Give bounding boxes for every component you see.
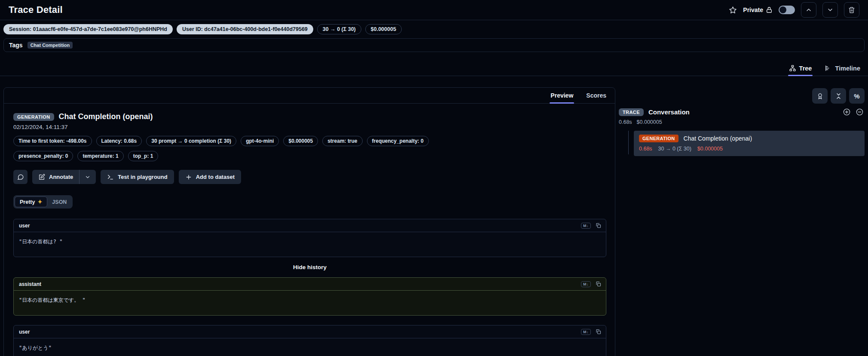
test-in-playground-button[interactable]: Test in playground	[101, 170, 174, 184]
metrics-toggle-button[interactable]: %	[849, 88, 865, 104]
test-in-playground-label: Test in playground	[118, 174, 167, 180]
collapse-all-button[interactable]	[831, 88, 846, 104]
bookmark-star-icon[interactable]	[729, 6, 737, 14]
public-toggle[interactable]	[779, 6, 795, 14]
tab-tree-label: Tree	[799, 65, 812, 72]
tree-item-cost: $0.000005	[697, 146, 723, 152]
session-badge[interactable]: Session: 01aaacf6-e0fe-457d-a7de-7c1ee08…	[3, 24, 173, 34]
copy-icon[interactable]	[595, 281, 602, 287]
add-to-dataset-button[interactable]: Add to dataset	[179, 170, 241, 184]
badge-token-usage: 30 prompt → 0 completion (Σ 30)	[146, 136, 236, 146]
tree-item-tokens: 30 → 0 (Σ 30)	[658, 146, 691, 152]
observation-badges: Time to first token: -498.00s Latency: 0…	[13, 136, 469, 161]
message-content: "ありがとう"	[14, 338, 606, 356]
chevron-up-icon	[805, 6, 812, 13]
message-role: user	[19, 329, 30, 335]
page-title: Trace Detail	[9, 4, 63, 15]
tags-container[interactable]: Tags Chat Competition	[3, 38, 865, 52]
trace-root-row[interactable]: TRACE Conversation	[619, 108, 865, 116]
tab-timeline[interactable]: Timeline	[824, 61, 861, 76]
trace-latency: 0.68s	[619, 119, 632, 125]
generation-type-badge: GENERATION	[13, 113, 54, 121]
tag-chip[interactable]: Chat Competition	[28, 42, 73, 49]
collapse-vertical-icon	[835, 92, 842, 100]
tab-preview[interactable]: Preview	[550, 88, 574, 103]
scores-toggle-button[interactable]	[812, 88, 828, 104]
tree-item-wrap: GENERATION Chat Completion (openai) 0.68…	[619, 131, 865, 156]
percent-icon: %	[854, 92, 859, 100]
tab-timeline-label: Timeline	[835, 65, 860, 72]
markdown-toggle-icon[interactable]: M↓	[581, 329, 591, 335]
badge-temperature: temperature: 1	[77, 151, 123, 161]
trace-cost: $0.000005	[637, 119, 662, 125]
copy-icon[interactable]	[595, 328, 602, 335]
toggle-knob	[779, 6, 786, 13]
header-actions: Private	[729, 2, 859, 18]
trace-tree-sidebar: % TRACE Conversation 0.68s $0.000005 GEN…	[619, 87, 865, 156]
trace-type-badge: TRACE	[619, 108, 644, 116]
message-card-user-2: user M↓ "ありがとう"	[13, 325, 606, 356]
message-header: user M↓	[14, 219, 606, 232]
page-header: Trace Detail Private	[0, 0, 868, 20]
tree-item-latency: 0.68s	[639, 146, 652, 152]
token-usage-badge: 30 → 0 (Σ 30)	[317, 24, 361, 34]
message-role: user	[19, 223, 30, 229]
message-tools: M↓	[581, 328, 602, 335]
annotate-button[interactable]: Annotate	[32, 170, 79, 184]
markdown-toggle-icon[interactable]: M↓	[581, 281, 591, 287]
annotate-split-button: Annotate	[32, 170, 96, 184]
privacy-label: Private	[743, 6, 763, 13]
delete-trace-button[interactable]	[844, 2, 859, 18]
annotate-dropdown-button[interactable]	[79, 170, 96, 184]
comments-button[interactable]	[13, 170, 28, 184]
privacy-status: Private	[743, 6, 773, 13]
hide-history-button[interactable]: Hide history	[13, 264, 606, 270]
comment-icon	[17, 173, 24, 181]
badge-cost: $0.000005	[283, 136, 318, 146]
trash-icon	[848, 6, 855, 13]
message-tools: M↓	[581, 281, 602, 287]
panel-tabs: Preview Scores	[4, 88, 615, 104]
tree-item-generation[interactable]: GENERATION Chat Completion (openai) 0.68…	[634, 131, 865, 156]
message-card-assistant: assistant M↓ "日本の首都は東京です。 "	[13, 277, 606, 316]
tree-indent-line	[619, 131, 629, 154]
format-pretty-button[interactable]: Pretty ✦	[15, 196, 47, 207]
badge-stream: stream: true	[322, 136, 362, 146]
tree-item-header: GENERATION Chat Completion (openai)	[639, 135, 859, 142]
badge-presence-penalty: presence_penalty: 0	[13, 151, 73, 161]
observation-body: GENERATION Chat Completion (openai) 02/1…	[4, 104, 615, 356]
tab-scores[interactable]: Scores	[585, 88, 607, 103]
award-icon	[816, 92, 824, 100]
message-card-user-1: user M↓ "日本の首都は? "	[13, 219, 606, 257]
chevron-down-icon	[85, 174, 91, 180]
badge-model[interactable]: gpt-4o-mini	[241, 136, 279, 146]
timeline-icon	[825, 64, 832, 72]
message-tools: M↓	[581, 222, 602, 229]
trace-metrics: 0.68s $0.000005	[619, 119, 865, 125]
message-content: "日本の首都は? "	[14, 232, 606, 257]
collapse-icon[interactable]	[856, 108, 864, 116]
prev-trace-button[interactable]	[801, 2, 816, 18]
copy-icon[interactable]	[595, 222, 602, 229]
expand-all-icon[interactable]	[843, 108, 851, 116]
annotate-label: Annotate	[49, 174, 73, 180]
badge-frequency-penalty: frequency_penalty: 0	[367, 136, 429, 146]
user-id-badge[interactable]: User ID: dc47a41e-06bc-400d-bde1-f0e440d…	[177, 24, 313, 34]
observation-timestamp: 02/12/2024, 14:11:37	[13, 124, 605, 130]
annotate-pen-icon	[38, 174, 45, 181]
markdown-toggle-icon[interactable]: M↓	[581, 223, 591, 229]
sparkles-icon: ✦	[37, 199, 42, 205]
trace-name: Conversation	[648, 108, 690, 116]
tab-tree[interactable]: Tree	[788, 61, 813, 76]
terminal-icon	[107, 174, 114, 181]
format-json-button[interactable]: JSON	[47, 197, 71, 207]
badge-time-to-first-token: Time to first token: -498.00s	[13, 136, 92, 146]
badge-latency: Latency: 0.68s	[96, 136, 142, 146]
observation-actions: Annotate Test in playground Add to datas…	[13, 170, 605, 184]
tree-controls: %	[619, 88, 865, 104]
next-trace-button[interactable]	[822, 2, 838, 18]
chevron-down-icon	[827, 6, 834, 13]
view-tabs: Tree Timeline	[0, 61, 868, 76]
tree-item-title: Chat Completion (openai)	[684, 135, 752, 142]
lock-icon	[766, 6, 773, 13]
